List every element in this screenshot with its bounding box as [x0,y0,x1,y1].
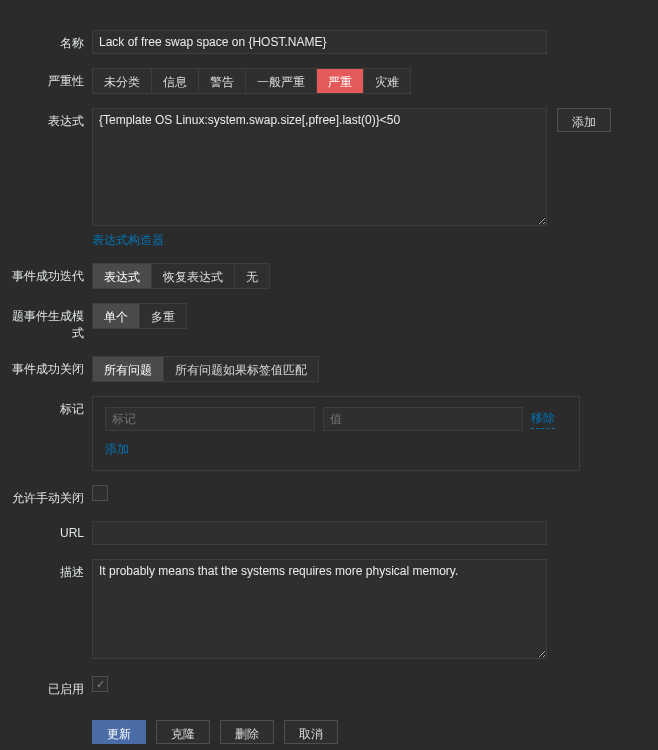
update-button[interactable]: 更新 [92,720,146,744]
close-option-0[interactable]: 所有问题 [93,357,164,381]
tag-value-input[interactable] [323,407,523,431]
close-option-1[interactable]: 所有问题如果标签值匹配 [164,357,318,381]
iteration-option-2[interactable]: 无 [235,264,269,288]
iteration-option-0[interactable]: 表达式 [93,264,152,288]
enabled-checkbox[interactable] [92,676,108,692]
row-expression: 表达式 添加 表达式构造器 [8,108,638,249]
name-input[interactable] [92,30,547,54]
label-close: 事件成功关闭 [8,356,92,378]
row-manual-close: 允许手动关闭 [8,485,638,507]
label-expression: 表达式 [8,108,92,130]
label-description: 描述 [8,559,92,581]
tag-name-input[interactable] [105,407,315,431]
clone-button[interactable]: 克隆 [156,720,210,744]
generation-option-0[interactable]: 单个 [93,304,140,328]
label-iteration: 事件成功迭代 [8,263,92,285]
row-generation: 题事件生成模式 单个 多重 [8,303,638,342]
label-manual-close: 允许手动关闭 [8,485,92,507]
delete-button[interactable]: 删除 [220,720,274,744]
label-tags: 标记 [8,396,92,418]
row-actions: 更新 克隆 删除 取消 [8,712,638,744]
row-enabled: 已启用 [8,676,638,698]
severity-option-2[interactable]: 警告 [199,69,246,93]
row-url: URL [8,521,638,545]
cancel-button[interactable]: 取消 [284,720,338,744]
row-severity: 严重性 未分类 信息 警告 一般严重 严重 灾难 [8,68,638,94]
iteration-option-1[interactable]: 恢复表达式 [152,264,235,288]
label-url: URL [8,521,92,540]
label-severity: 严重性 [8,68,92,90]
row-iteration: 事件成功迭代 表达式 恢复表达式 无 [8,263,638,289]
label-generation: 题事件生成模式 [8,303,92,342]
expression-builder-link[interactable]: 表达式构造器 [92,233,164,247]
tag-add-link[interactable]: 添加 [105,442,129,456]
row-name: 名称 [8,30,638,54]
generation-option-1[interactable]: 多重 [140,304,186,328]
label-enabled: 已启用 [8,676,92,698]
row-tags: 标记 移除 添加 [8,396,638,471]
tags-box: 移除 添加 [92,396,580,471]
severity-option-4[interactable]: 严重 [317,69,364,93]
row-close: 事件成功关闭 所有问题 所有问题如果标签值匹配 [8,356,638,382]
description-textarea[interactable] [92,559,547,659]
trigger-form: 名称 严重性 未分类 信息 警告 一般严重 严重 灾难 表达式 添加 表达式 [0,0,658,750]
url-input[interactable] [92,521,547,545]
severity-option-0[interactable]: 未分类 [93,69,152,93]
row-description: 描述 [8,559,638,662]
label-name: 名称 [8,30,92,52]
action-buttons: 更新 克隆 删除 取消 [92,720,638,744]
severity-option-5[interactable]: 灾难 [364,69,410,93]
manual-close-checkbox[interactable] [92,485,108,501]
close-segmented: 所有问题 所有问题如果标签值匹配 [92,356,319,382]
severity-option-1[interactable]: 信息 [152,69,199,93]
severity-option-3[interactable]: 一般严重 [246,69,317,93]
generation-segmented: 单个 多重 [92,303,187,329]
expression-add-button[interactable]: 添加 [557,108,611,132]
expression-textarea[interactable] [92,108,547,226]
iteration-segmented: 表达式 恢复表达式 无 [92,263,270,289]
tag-remove-link[interactable]: 移除 [531,410,555,429]
severity-segmented: 未分类 信息 警告 一般严重 严重 灾难 [92,68,411,94]
